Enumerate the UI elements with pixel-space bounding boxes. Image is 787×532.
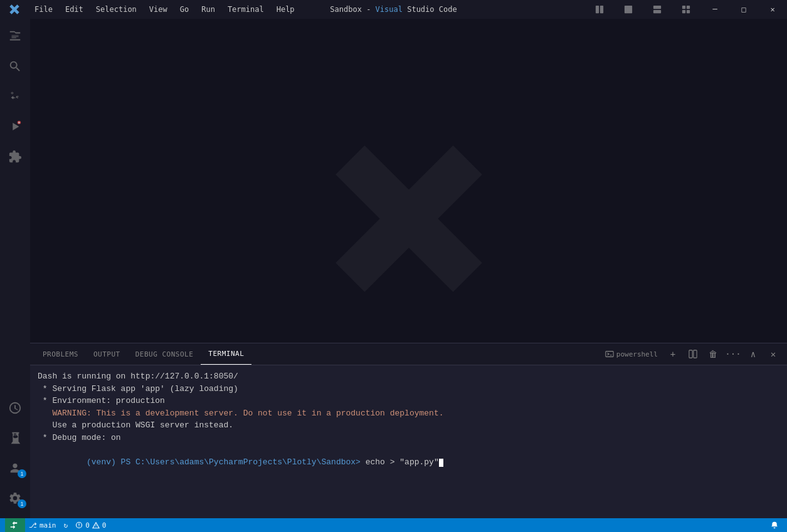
accounts-badge: 1 [18,469,26,478]
svg-rect-4 [653,10,661,13]
svg-rect-0 [596,6,599,13]
shell-label[interactable]: powershell [601,350,662,358]
svg-rect-5 [682,6,685,9]
warnings-count: 0 [102,521,107,529]
activity-bottom: 1 1 [0,393,30,518]
terminal-line-debug: * Debug mode: on [38,432,779,444]
settings-badge: 1 [18,499,26,508]
more-actions-btn[interactable]: ··· [724,345,742,363]
terminal-content[interactable]: Dash is running on http://127.0.0.1:8050… [30,365,787,518]
svg-rect-13 [694,350,697,358]
menu-help[interactable]: Help [270,0,301,19]
menu-go[interactable]: Go [174,0,195,19]
test-icon[interactable] [0,423,30,453]
accounts-icon[interactable]: 1 [0,453,30,483]
window-controls: ─ □ ✕ [585,0,787,19]
layout-panel-btn[interactable] [585,0,614,19]
close-btn[interactable]: ✕ [758,0,787,19]
terminal-prompt-command: echo > "app.py" [366,457,439,467]
branch-icon: ⎇ [29,521,37,529]
panel-actions: powershell + 🗑 ··· ∧ ✕ [601,345,782,363]
terminal-cursor [439,459,443,467]
statusbar: ⎇ main ↻ 0 0 [0,518,787,532]
vscode-logo [0,4,28,15]
tab-terminal[interactable]: TERMINAL [201,343,251,365]
vscode-watermark [321,131,497,306]
search-icon[interactable] [0,51,30,81]
terminal-line-env: * Environment: production [38,395,779,407]
main-body: 1 1 PROBLEMS OUTPUT DEBUG CONSOLE [0,19,787,518]
maximize-panel-btn[interactable]: ∧ [744,345,762,363]
menu-run[interactable]: Run [195,0,221,19]
window-title: Sandbox - Visual Studio Code [330,5,457,14]
terminal-line-wsgi: Use a production WSGI server instead. [38,419,779,432]
layout-split-btn[interactable] [643,0,672,19]
remote-explorer-icon[interactable] [0,393,30,423]
svg-rect-8 [687,10,690,13]
layout-grid-btn[interactable] [672,0,700,19]
explorer-icon[interactable] [0,21,30,51]
status-branch-label: main [40,521,56,529]
menu-area: File Edit Selection View Go Run Terminal… [0,0,585,19]
tab-output[interactable]: OUTPUT [86,343,128,365]
menu-edit[interactable]: Edit [59,0,90,19]
terminal-line-warning: WARNING: This is a development server. D… [38,407,779,420]
status-notifications[interactable] [767,518,782,532]
status-errors[interactable]: 0 0 [71,518,110,532]
extensions-icon[interactable] [0,142,30,172]
split-terminal-btn[interactable] [684,345,702,363]
svg-rect-2 [625,6,632,13]
title-highlight: Visual [376,5,403,14]
activity-bar: 1 1 [0,19,30,518]
titlebar: File Edit Selection View Go Run Terminal… [0,0,787,19]
title-text: Sandbox - Visual Studio Code [330,5,457,14]
status-branch[interactable]: ⎇ main [25,518,60,532]
run-debug-icon[interactable] [0,112,30,142]
tab-problems[interactable]: PROBLEMS [35,343,86,365]
svg-rect-7 [682,10,685,13]
svg-rect-12 [689,350,692,358]
panel-tabs: PROBLEMS OUTPUT DEBUG CONSOLE TERMINAL p… [30,343,787,365]
source-control-icon[interactable] [0,81,30,112]
shell-name: powershell [616,350,658,358]
menu-terminal[interactable]: Terminal [221,0,270,19]
menu-selection[interactable]: Selection [90,0,143,19]
terminal-prompt-prefix: (venv) PS C:\Users\adams\PycharmProjects… [87,457,366,467]
svg-rect-6 [687,6,690,9]
svg-rect-3 [653,6,661,9]
settings-icon[interactable]: 1 [0,483,30,513]
menu-file[interactable]: File [28,0,59,19]
tab-debug-console[interactable]: DEBUG CONSOLE [128,343,201,365]
minimize-btn[interactable]: ─ [700,0,729,19]
svg-point-10 [18,122,20,123]
maximize-btn[interactable]: □ [729,0,758,19]
status-sync[interactable]: ↻ [60,518,72,532]
panel: PROBLEMS OUTPUT DEBUG CONSOLE TERMINAL p… [30,343,787,518]
svg-rect-1 [600,6,603,13]
status-remote-item[interactable] [5,518,25,532]
terminal-line-prompt: (venv) PS C:\Users\adams\PycharmProjects… [38,444,779,481]
sync-icon: ↻ [64,521,68,529]
terminal-line-dash: Dash is running on http://127.0.0.1:8050… [38,370,779,383]
terminal-line-flask: * Serving Flask app 'app' (lazy loading) [38,383,779,395]
kill-terminal-btn[interactable]: 🗑 [704,345,722,363]
svg-point-16 [79,526,80,527]
new-terminal-btn[interactable]: + [664,345,682,363]
close-panel-btn[interactable]: ✕ [764,345,782,363]
errors-count: 0 [85,521,90,529]
editor-area: PROBLEMS OUTPUT DEBUG CONSOLE TERMINAL p… [30,19,787,518]
layout-single-btn[interactable] [614,0,643,19]
menu-view[interactable]: View [143,0,174,19]
